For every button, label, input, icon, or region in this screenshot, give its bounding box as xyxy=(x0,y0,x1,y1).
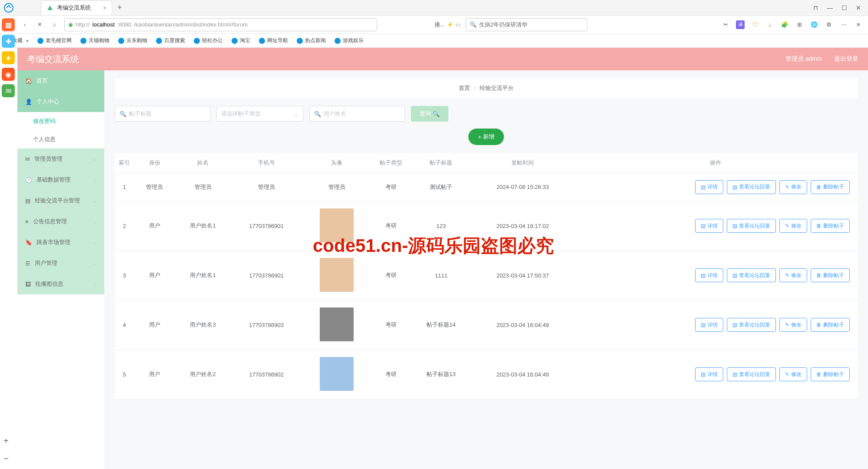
dock-item[interactable]: ✉ xyxy=(2,84,15,97)
tab-title: 考编交流系统 xyxy=(57,4,91,12)
delete-button[interactable]: 🗑删除帖子 xyxy=(811,180,850,194)
add-button[interactable]: +新增 xyxy=(468,129,504,145)
sidebar-sub-personal-info[interactable]: 个人信息 xyxy=(17,130,104,149)
table-cell: 17703786902 xyxy=(231,350,302,399)
dock-item[interactable]: ✚ xyxy=(2,35,15,48)
menu-icon: ☰ xyxy=(25,260,30,267)
avatar-text: 管理员 xyxy=(302,173,372,201)
bookmark-item[interactable]: 老毛桃官网 xyxy=(37,37,72,44)
detail-button[interactable]: ▤详情 xyxy=(695,367,723,381)
sidebar-item-admin[interactable]: ✉管理员管理⌄ xyxy=(17,149,104,169)
speed-indicator[interactable]: 播... ⚡ ▭ xyxy=(434,21,461,29)
search-button[interactable]: 查询🔍 xyxy=(411,106,448,122)
view-reply-button[interactable]: ▤查看论坛回复 xyxy=(727,318,776,332)
doc-icon: ▤ xyxy=(701,272,706,278)
table-header: 手机号 xyxy=(231,153,302,173)
bookmark-item[interactable]: 淘宝 xyxy=(232,37,250,44)
table-cell: 3 xyxy=(115,251,134,300)
bookmark-icon xyxy=(37,38,43,44)
sidebar-item-carousel[interactable]: 🖼轮播图信息⌄ xyxy=(17,274,104,294)
window-minimize-icon[interactable]: — xyxy=(827,4,833,11)
delete-button[interactable]: 🗑删除帖子 xyxy=(811,318,850,332)
browser-tab[interactable]: 考编交流系统 × xyxy=(41,0,112,15)
url-input[interactable]: ◉ http://localhost:8080/kaobianluentan/a… xyxy=(64,18,377,31)
detail-button[interactable]: ▤详情 xyxy=(695,318,723,332)
view-reply-button[interactable]: ▤查看论坛回复 xyxy=(727,367,776,381)
menu-icon[interactable]: ≡ xyxy=(854,20,863,29)
bookmark-item[interactable]: 游戏娱乐 xyxy=(335,37,364,44)
chevron-down-icon: ⌄ xyxy=(294,111,298,117)
grid-icon[interactable]: ⊞ xyxy=(795,20,804,29)
sidebar-sub-password[interactable]: 修改密码 xyxy=(17,112,104,130)
table-cell: 用户姓名2 xyxy=(175,350,231,399)
table-header: 帖子类型 xyxy=(372,153,411,173)
bookmark-item[interactable]: 网址导航 xyxy=(259,37,288,44)
logout-link[interactable]: 退出登录 xyxy=(834,55,858,63)
dock-item[interactable]: ★ xyxy=(2,51,15,64)
bookmark-item[interactable]: 热点新闻 xyxy=(297,37,326,44)
delete-button[interactable]: 🗑删除帖子 xyxy=(811,268,850,282)
table-header: 索引 xyxy=(115,153,134,173)
window-pin-icon[interactable]: ⊓ xyxy=(813,4,818,11)
delete-button[interactable]: 🗑删除帖子 xyxy=(811,219,850,233)
browser-search-input[interactable]: 🔍 生病2年仍保研清华 xyxy=(466,18,587,31)
edit-button[interactable]: ✎修改 xyxy=(779,367,807,381)
chevron-down-icon: ⌄ xyxy=(93,177,96,183)
breadcrumb-home[interactable]: 首页 xyxy=(459,85,470,91)
sidebar-item-announce[interactable]: ≡公告信息管理⌄ xyxy=(17,211,104,232)
dock-item[interactable]: ◉ xyxy=(2,68,15,81)
sidebar-item-personal[interactable]: 👤个人中心⌄ xyxy=(17,91,104,112)
window-maximize-icon[interactable]: ☐ xyxy=(841,4,847,11)
table-header: 姓名 xyxy=(175,153,231,173)
edit-button[interactable]: ✎修改 xyxy=(779,318,807,332)
puzzle-icon[interactable]: 🧩 xyxy=(780,20,789,29)
nav-forward-icon[interactable]: › xyxy=(20,20,30,30)
current-user-label[interactable]: 管理员 admin xyxy=(785,55,822,63)
nav-home-icon[interactable]: ⌂ xyxy=(50,20,59,30)
settings-icon[interactable]: ⚙ xyxy=(825,20,833,29)
download-icon[interactable]: ↓ xyxy=(765,20,774,29)
url-scheme: http:// xyxy=(76,21,90,28)
sidebar-item-basedata[interactable]: 🕐基础数据管理⌄ xyxy=(17,169,104,190)
dock-add-icon[interactable]: + xyxy=(3,436,9,446)
translate-icon[interactable]: 译 xyxy=(736,20,745,29)
edit-button[interactable]: ✎修改 xyxy=(779,219,807,233)
lines-icon[interactable]: ⋯ xyxy=(839,20,848,29)
bookmark-item[interactable]: 轻松办公 xyxy=(194,37,223,44)
detail-button[interactable]: ▤详情 xyxy=(695,268,723,282)
filter-type-select[interactable]: 请选择帖子类型⌄ xyxy=(216,106,303,122)
new-tab-button[interactable]: + xyxy=(117,3,122,12)
dock-item[interactable]: ▦ xyxy=(2,18,15,31)
window-close-icon[interactable]: ✕ xyxy=(856,4,861,11)
bookmark-item[interactable]: 京东购物 xyxy=(118,37,147,44)
sidebar-item-forum[interactable]: ▤经验交流平台管理⌄ xyxy=(17,190,104,211)
view-reply-button[interactable]: ▤查看论坛回复 xyxy=(727,219,776,233)
tab-close-icon[interactable]: × xyxy=(103,4,106,11)
sidebar-item-users[interactable]: ☰用户管理⌄ xyxy=(17,253,104,274)
detail-button[interactable]: ▤详情 xyxy=(695,219,723,233)
delete-button[interactable]: 🗑删除帖子 xyxy=(811,367,850,381)
badge-icon[interactable]: 🛡 xyxy=(751,20,759,29)
nav-stop-icon[interactable]: ✕ xyxy=(35,20,44,30)
chevron-down-icon: ⌄ xyxy=(93,281,96,287)
globe-icon[interactable]: 🌐 xyxy=(810,20,818,29)
list-icon: ▤ xyxy=(25,198,30,204)
edit-button[interactable]: ✎修改 xyxy=(779,180,807,194)
detail-button[interactable]: ▤详情 xyxy=(695,180,723,194)
view-reply-button[interactable]: ▤查看论坛回复 xyxy=(727,268,776,282)
bookmark-item[interactable]: 天猫购物 xyxy=(80,37,109,44)
avatar xyxy=(320,307,354,341)
bookmark-item[interactable]: 百度搜索 xyxy=(156,37,185,44)
filter-title-input[interactable]: 🔍帖子标题 xyxy=(115,106,210,122)
view-reply-button[interactable]: ▤查看论坛回复 xyxy=(727,180,776,194)
filter-user-input[interactable]: 🔍用户姓名 xyxy=(309,106,405,122)
sidebar-item-flea[interactable]: 🔖跳蚤市场管理⌄ xyxy=(17,232,104,253)
scissors-icon[interactable]: ✂ xyxy=(721,20,730,29)
sidebar-item-home[interactable]: 🏠首页 xyxy=(17,70,104,91)
table-cell: 用户 xyxy=(134,201,175,251)
edit-button[interactable]: ✎修改 xyxy=(779,268,807,282)
dock-minus-icon[interactable]: − xyxy=(3,454,9,464)
bookmark-icon xyxy=(259,38,265,44)
sidebar: 🏠首页 👤个人中心⌄ 修改密码 个人信息 ✉管理员管理⌄ 🕐基础数据管理⌄ ▤经… xyxy=(17,70,104,469)
table-cell: 管理员 xyxy=(134,173,175,201)
